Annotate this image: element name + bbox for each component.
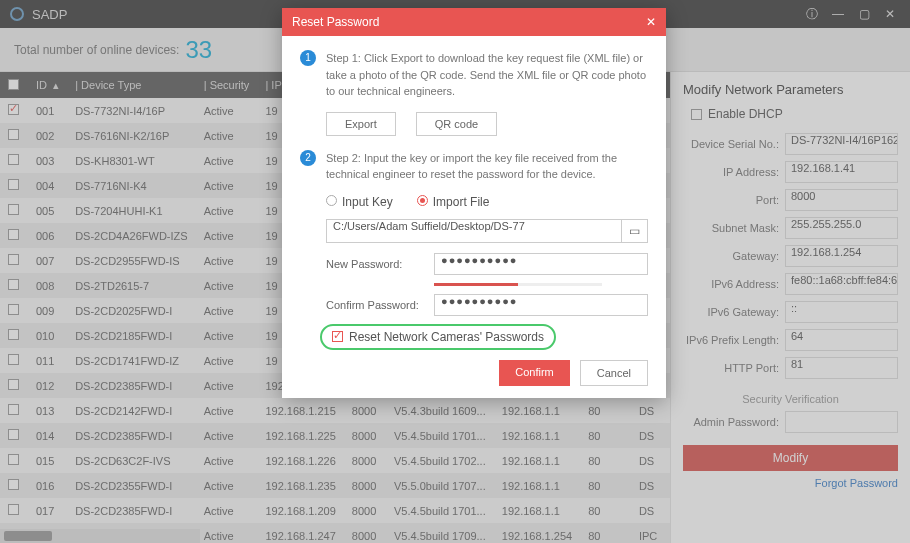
confirm-password-label: Confirm Password: — [326, 299, 434, 311]
browse-button[interactable]: ▭ — [622, 219, 648, 243]
reset-cameras-label: Reset Network Cameras' Passwords — [349, 330, 544, 344]
reset-cameras-highlight: Reset Network Cameras' Passwords — [320, 324, 556, 350]
step-2-badge: 2 — [300, 150, 316, 166]
step-1-text: Step 1: Click Export to download the key… — [326, 50, 648, 100]
qr-code-button[interactable]: QR code — [416, 112, 497, 136]
confirm-password-input[interactable]: ●●●●●●●●●● — [434, 294, 648, 316]
modal-header: Reset Password ✕ — [282, 8, 666, 36]
reset-cameras-checkbox[interactable] — [332, 331, 343, 342]
export-button[interactable]: Export — [326, 112, 396, 136]
new-password-label: New Password: — [326, 258, 434, 270]
modal-title: Reset Password — [292, 15, 379, 29]
reset-password-modal: Reset Password ✕ 1Step 1: Click Export t… — [282, 8, 666, 398]
step-1-badge: 1 — [300, 50, 316, 66]
step-2-text: Step 2: Input the key or import the key … — [326, 150, 648, 183]
folder-icon: ▭ — [629, 224, 640, 238]
cancel-button[interactable]: Cancel — [580, 360, 648, 386]
file-path-input[interactable]: C:/Users/Adam Suffield/Desktop/DS-77 — [326, 219, 622, 243]
import-file-radio[interactable]: Import File — [417, 195, 490, 209]
confirm-button[interactable]: Confirm — [499, 360, 570, 386]
input-key-radio[interactable]: Input Key — [326, 195, 393, 209]
password-strength-bar — [434, 283, 602, 286]
modal-close-icon[interactable]: ✕ — [646, 15, 656, 29]
new-password-input[interactable]: ●●●●●●●●●● — [434, 253, 648, 275]
